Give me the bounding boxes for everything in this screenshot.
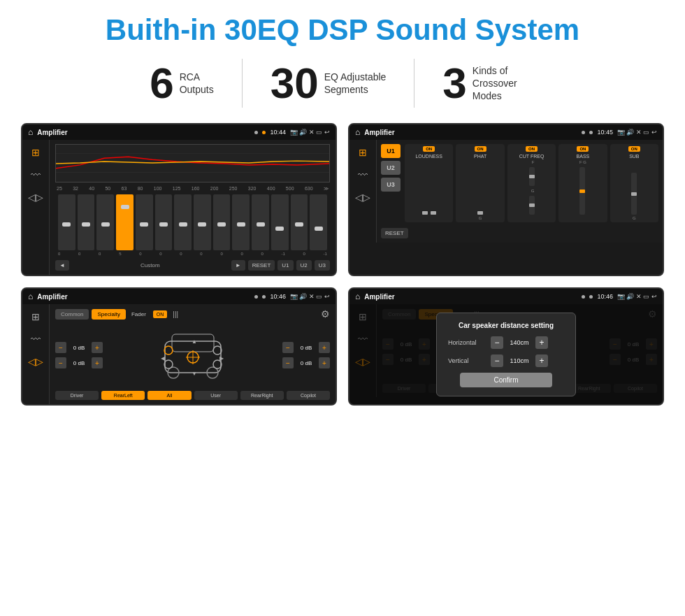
eq-prev-btn[interactable]: ◄ [55, 260, 69, 271]
bass-slider[interactable] [579, 167, 585, 215]
loudness-thumb-r[interactable] [431, 211, 436, 215]
eq-thumb-10[interactable] [237, 222, 245, 227]
cutfreq-thumb-f[interactable] [529, 175, 535, 178]
sub-thumb[interactable] [631, 192, 637, 196]
eq-graph-area[interactable] [55, 144, 330, 182]
btn-user-3[interactable]: User [194, 391, 238, 400]
eq-thumb-2[interactable] [82, 222, 90, 227]
sidebar-eq-icon[interactable]: ⊞ [29, 144, 43, 161]
eq-thumb-8[interactable] [198, 222, 206, 227]
sidebar-fader-eq-icon[interactable]: ⊞ [29, 308, 43, 325]
eq-slider-4[interactable] [116, 194, 134, 250]
stat-crossover: 3 Kinds ofCrossover Modes [414, 62, 563, 105]
sidebar-fader-spk-icon[interactable]: ◁▷ [25, 353, 46, 370]
sidebar-fader-wave-icon[interactable]: 〰 [28, 331, 43, 348]
phat-slider[interactable] [477, 211, 483, 215]
dialog-confirm-button[interactable]: Confirm [460, 373, 553, 387]
xover-preset-u3[interactable]: U3 [381, 178, 401, 192]
xover-sidebar: ⊞ 〰 ◁▷ [349, 140, 377, 243]
home-icon-2[interactable]: ⌂ [355, 127, 360, 137]
eq-slider-8[interactable] [194, 194, 211, 250]
eq-slider-3[interactable] [96, 194, 114, 250]
xover-preset-u2[interactable]: U2 [381, 161, 401, 175]
db-plus-rr[interactable]: + [319, 357, 330, 368]
status-dot-1b [262, 131, 266, 134]
fader-on-btn[interactable]: ON [153, 310, 168, 318]
eq-slider-6[interactable] [155, 194, 173, 250]
screen-crossover: ⌂ Amplifier 10:45 📷 🔊 ✕ ▭ ↩ ⊞ 〰 ◁▷ [348, 123, 664, 276]
sub-slider[interactable] [631, 173, 637, 215]
bass-thumb[interactable] [579, 189, 585, 193]
home-icon-3[interactable]: ⌂ [28, 292, 33, 301]
fader-tab-specialty[interactable]: Specialty [92, 309, 125, 320]
sidebar-speaker-icon[interactable]: ◁▷ [25, 189, 46, 206]
phat-thumb[interactable] [477, 211, 483, 215]
eq-u2-btn[interactable]: U2 [296, 260, 312, 271]
xover-reset-btn[interactable]: RESET [381, 228, 408, 238]
btn-copilot-3[interactable]: Copilot [287, 391, 330, 400]
btn-rearright-3[interactable]: RearRight [240, 391, 284, 400]
loudness-slider-l[interactable] [422, 211, 428, 215]
db-control-rl: − 0 dB + [55, 357, 103, 368]
eq-thumb-14[interactable] [315, 227, 323, 231]
eq-thumb-12[interactable] [275, 227, 284, 231]
eq-thumb-4[interactable] [121, 205, 129, 209]
eq-thumb-7[interactable] [179, 222, 187, 227]
home-icon-4[interactable]: ⌂ [355, 292, 360, 301]
btn-driver-3[interactable]: Driver [55, 391, 99, 400]
eq-slider-14[interactable] [310, 194, 327, 250]
eq-thumb-5[interactable] [140, 222, 148, 227]
db-plus-fr[interactable]: + [319, 342, 330, 353]
eq-thumb-9[interactable] [217, 222, 226, 227]
eq-u1-btn[interactable]: U1 [277, 260, 293, 271]
db-minus-rl[interactable]: − [55, 357, 66, 368]
dialog-horizontal-plus[interactable]: + [535, 336, 548, 349]
eq-slider-13[interactable] [291, 194, 308, 250]
dialog-vertical-plus[interactable]: + [535, 354, 548, 367]
xover-preset-u1[interactable]: U1 [381, 144, 401, 158]
fader-tab-common[interactable]: Common [55, 309, 89, 320]
dialog-horizontal-minus[interactable]: − [491, 336, 503, 349]
db-minus-fr[interactable]: − [282, 342, 294, 353]
eq-slider-2[interactable] [78, 194, 95, 250]
sidebar-xover-eq-icon[interactable]: ⊞ [356, 144, 370, 161]
eq-slider-1[interactable] [58, 194, 75, 250]
fader-settings-icon[interactable]: ⚙ [321, 308, 330, 320]
eq-sidebar: ⊞ 〰 ◁▷ [22, 140, 50, 275]
sidebar-wave-icon[interactable]: 〰 [28, 166, 43, 183]
db-plus-rl[interactable]: + [92, 357, 103, 368]
eq-slider-10[interactable] [232, 194, 250, 250]
db-plus-fl[interactable]: + [92, 342, 103, 353]
stat-label-crossover: Kinds ofCrossover Modes [473, 64, 535, 103]
sidebar-xover-spk-icon[interactable]: ◁▷ [352, 189, 373, 206]
phat-label: PHAT [474, 154, 486, 159]
eq-thumb-13[interactable] [295, 222, 303, 227]
eq-slider-5[interactable] [136, 194, 153, 250]
loudness-slider-r[interactable] [431, 211, 436, 215]
cutfreq-slider-g[interactable] [529, 196, 535, 215]
eq-slider-7[interactable] [174, 194, 192, 250]
btn-rearleft-3[interactable]: RearLeft [101, 391, 145, 400]
cutfreq-thumb-g[interactable] [529, 203, 535, 207]
eq-next-btn[interactable]: ► [231, 260, 245, 271]
eq-slider-12[interactable] [271, 194, 289, 250]
svg-text:▶: ▶ [219, 355, 224, 361]
eq-reset-btn[interactable]: RESET [248, 260, 275, 271]
eq-thumb-11[interactable] [257, 222, 265, 227]
xover-ch-bass: ON BASS F G [558, 144, 607, 222]
eq-thumb-3[interactable] [101, 222, 110, 227]
eq-slider-11[interactable] [252, 194, 269, 250]
sidebar-xover-wave-icon[interactable]: 〰 [355, 166, 370, 183]
eq-sliders-row[interactable] [55, 194, 330, 250]
eq-u3-btn[interactable]: U3 [315, 260, 330, 271]
eq-thumb-6[interactable] [159, 222, 168, 227]
home-icon-1[interactable]: ⌂ [28, 127, 33, 137]
eq-slider-9[interactable] [213, 194, 231, 250]
btn-all-3[interactable]: All [147, 391, 191, 400]
loudness-thumb-l[interactable] [422, 211, 428, 215]
eq-thumb-1[interactable] [62, 222, 71, 227]
dialog-vertical-minus[interactable]: − [491, 354, 503, 367]
db-minus-fl[interactable]: − [55, 342, 66, 353]
cutfreq-slider-f[interactable] [529, 167, 535, 186]
db-minus-rr[interactable]: − [282, 357, 294, 368]
